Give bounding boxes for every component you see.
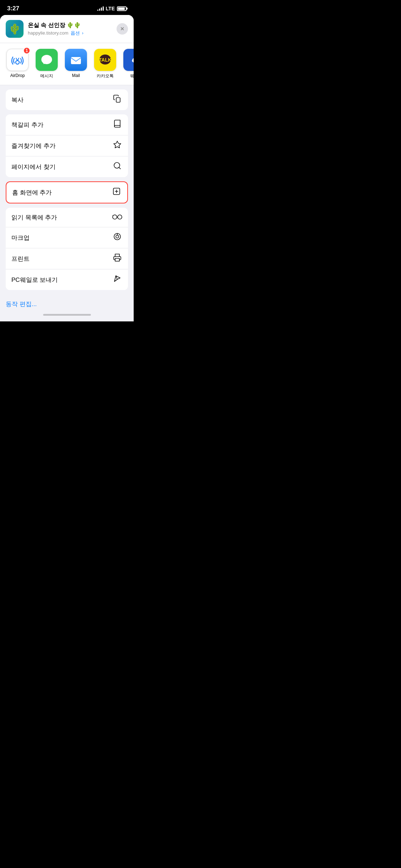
reading-list-label: 읽기 목록에 추가: [11, 213, 57, 222]
svg-rect-2: [71, 57, 81, 64]
app-item-whale[interactable]: 웨일: [123, 49, 134, 79]
airdrop-label: AirDrop: [10, 73, 25, 78]
search-icon: [112, 161, 122, 172]
actions-edit-section: 동작 편집...: [0, 294, 134, 311]
star-icon: [112, 140, 122, 151]
add-favorites-label: 즐겨찾기에 추가: [11, 142, 56, 150]
bookmark-section: 책갈피 추가 즐겨찾기에 추가 페이지에서 찾기: [6, 114, 128, 177]
close-button[interactable]: ✕: [117, 23, 128, 35]
mail-icon: [65, 49, 87, 71]
copy-section: 복사: [6, 89, 128, 110]
battery-icon: [117, 6, 127, 11]
print-item[interactable]: 프린트: [6, 248, 128, 269]
svg-point-1: [41, 55, 52, 64]
svg-point-13: [113, 215, 117, 219]
svg-text:TALK: TALK: [99, 57, 112, 63]
lte-label: LTE: [106, 6, 115, 11]
whale-send-icon: [112, 274, 122, 285]
home-indicator-area: [0, 311, 134, 321]
options-link[interactable]: 옵션: [71, 30, 80, 36]
app-item-mail[interactable]: Mail: [64, 49, 88, 79]
svg-point-0: [16, 61, 19, 64]
url-bar: 🌵 온실 속 선인장 🌵🌵 happylie.tistory.com 옵션 › …: [0, 15, 134, 43]
whale-label: 웨일: [130, 73, 134, 79]
add-favorites-item[interactable]: 즐겨찾기에 추가: [6, 135, 128, 156]
add-bookmark-label: 책갈피 추가: [11, 121, 43, 129]
copy-item[interactable]: 복사: [6, 89, 128, 110]
messages-label: 메시지: [40, 73, 53, 79]
book-icon: [112, 119, 122, 130]
mail-label: Mail: [72, 73, 80, 78]
signal-icon: [97, 6, 104, 11]
home-bar: [43, 314, 91, 316]
reading-list-item[interactable]: 읽기 목록에 추가: [6, 208, 128, 227]
add-home-label: 홈 화면에 추가: [12, 188, 52, 197]
status-indicators: LTE: [97, 6, 127, 11]
pc-whale-item[interactable]: PC웨일로 보내기: [6, 269, 128, 290]
url-info: 온실 속 선인장 🌵🌵 happylie.tistory.com 옵션 ›: [28, 22, 112, 36]
print-icon: [112, 253, 122, 264]
find-on-page-label: 페이지에서 찾기: [11, 163, 56, 171]
copy-label: 복사: [11, 96, 24, 104]
svg-rect-20: [115, 258, 119, 261]
svg-point-18: [116, 235, 119, 238]
airdrop-badge: 1: [23, 47, 30, 54]
add-square-icon: [112, 187, 122, 198]
svg-rect-6: [116, 98, 120, 102]
apps-row: 1 AirDrop 메시지: [0, 43, 134, 85]
markup-item[interactable]: 마크업: [6, 227, 128, 248]
add-bookmark-item[interactable]: 책갈피 추가: [6, 114, 128, 135]
share-sheet: 🌵 온실 속 선인장 🌵🌵 happylie.tistory.com 옵션 › …: [0, 15, 134, 321]
actions-edit-link[interactable]: 동작 편집...: [6, 301, 37, 308]
find-on-page-item[interactable]: 페이지에서 찾기: [6, 156, 128, 177]
time: 3:27: [7, 5, 19, 12]
copy-icon: [112, 94, 122, 105]
pc-whale-label: PC웨일로 보내기: [11, 276, 58, 284]
svg-line-9: [119, 167, 120, 169]
kakao-label: 카카오톡: [97, 73, 114, 79]
add-home-section: 홈 화면에 추가: [6, 181, 128, 203]
markup-label: 마크업: [11, 234, 30, 242]
messages-icon: [36, 49, 58, 71]
markup-icon: [112, 232, 122, 243]
app-item-kakao[interactable]: TALK 카카오톡: [93, 49, 117, 79]
svg-point-14: [118, 215, 122, 219]
site-icon: 🌵: [6, 20, 24, 38]
print-label: 프린트: [11, 255, 30, 263]
kakao-icon: TALK: [94, 49, 116, 71]
glasses-icon: [112, 213, 122, 222]
app-item-airdrop[interactable]: 1 AirDrop: [6, 49, 29, 79]
app-item-messages[interactable]: 메시지: [35, 49, 58, 79]
site-title: 온실 속 선인장 🌵🌵: [28, 22, 112, 29]
more-section: 읽기 목록에 추가 마크업 프린트: [6, 208, 128, 290]
chevron-icon: ›: [82, 31, 83, 36]
whale-icon: [123, 49, 134, 71]
status-bar: 3:27 LTE: [0, 0, 134, 15]
add-home-item[interactable]: 홈 화면에 추가: [6, 182, 127, 203]
url-line: happylie.tistory.com 옵션 ›: [28, 30, 112, 36]
svg-marker-7: [114, 141, 121, 148]
url-text: happylie.tistory.com: [28, 30, 68, 36]
